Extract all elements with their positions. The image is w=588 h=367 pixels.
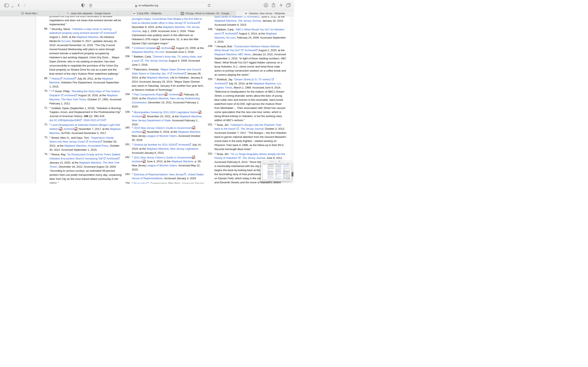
svg-text:PDF: PDF: [192, 128, 194, 129]
svg-text:PDF: PDF: [157, 48, 159, 49]
svg-text:PDF: PDF: [192, 157, 194, 158]
svg-text:PDF: PDF: [75, 129, 76, 130]
svg-text:PDF: PDF: [199, 112, 200, 113]
svg-text:PDF: PDF: [60, 129, 61, 130]
svg-text:PDF: PDF: [164, 94, 166, 95]
svg-text:PDF: PDF: [180, 94, 181, 95]
svg-text:PDF: PDF: [143, 116, 145, 117]
svg-text:PDF: PDF: [143, 161, 145, 162]
svg-text:PDF: PDF: [143, 132, 145, 133]
svg-text:PDF: PDF: [172, 48, 174, 49]
